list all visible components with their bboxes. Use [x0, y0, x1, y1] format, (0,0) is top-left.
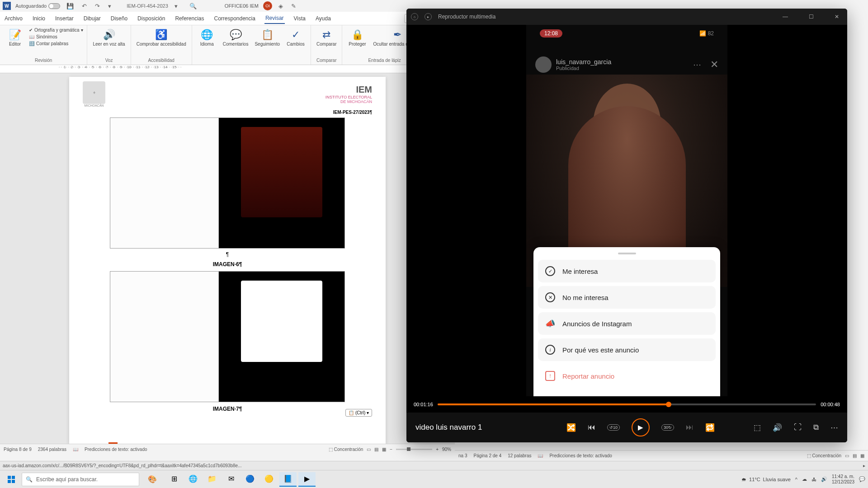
tab-references[interactable]: Referencias — [174, 14, 205, 23]
tab-layout[interactable]: Disposición — [137, 14, 166, 23]
language-button[interactable]: 🌐Idioma — [196, 27, 218, 62]
embedded-image-2[interactable] — [110, 271, 345, 402]
sheet-not-interested[interactable]: ✕ No me interesa — [538, 286, 716, 309]
timeline[interactable]: 00:01:16 00:00:48 — [406, 399, 847, 410]
notifications-icon[interactable]: 💬 — [859, 476, 865, 482]
sheet-report[interactable]: ! Reportar anuncio — [538, 365, 716, 387]
repeat-button[interactable]: 🔁 — [705, 423, 715, 432]
onedrive-icon[interactable]: ☁ — [802, 476, 807, 482]
video-area[interactable]: 12:08 📶82 luis_navarro_garcia Publicidad… — [406, 25, 847, 396]
word-count-2[interactable]: 12 palabras — [508, 453, 531, 458]
undo-icon[interactable]: ↶ — [80, 3, 89, 9]
zoom-level[interactable]: 90% — [442, 447, 451, 452]
proofing-icon-2[interactable]: 📖 — [538, 453, 543, 458]
volume-button[interactable]: 🔊 — [773, 423, 782, 432]
read-aloud-button[interactable]: 🔊Leer en voz alta — [91, 27, 127, 57]
chrome-icon[interactable]: 🔵 — [241, 472, 259, 487]
predictions-indicator[interactable]: Predicciones de texto: activado — [85, 447, 147, 452]
search-icon[interactable]: 🔍 — [184, 3, 202, 9]
page-indicator-2[interactable]: Página 2 de 4 — [473, 453, 501, 458]
sheet-ig-ads[interactable]: 📣 Anuncios de Instagram — [538, 312, 716, 335]
taskbar-search[interactable]: 🔍 Escribe aquí para buscar. — [22, 473, 139, 486]
fullscreen-button[interactable]: ⛶ — [794, 423, 802, 432]
diamond-icon[interactable]: ◈ — [277, 3, 285, 9]
view-icon-2c[interactable]: ▦ — [860, 453, 864, 458]
tab-design[interactable]: Diseño — [110, 14, 128, 23]
mini-player-button[interactable]: ⧉ — [813, 423, 819, 432]
redo-icon[interactable]: ↷ — [93, 3, 102, 9]
doc-dropdown-icon[interactable]: ▾ — [173, 3, 179, 9]
thesaurus-button[interactable]: 📖Sinónimos — [29, 34, 83, 40]
more-options-button[interactable]: ⋯ — [830, 423, 838, 432]
ig-avatar[interactable] — [535, 56, 552, 73]
ig-username[interactable]: luis_navarro_garcia — [556, 58, 611, 66]
network-icon[interactable]: 🖧 — [811, 477, 816, 482]
spelling-button[interactable]: ✔Ortografía y gramática ▾ — [29, 27, 83, 33]
embedded-image-1[interactable] — [110, 117, 345, 249]
pen-icon[interactable]: ✎ — [289, 3, 298, 9]
ig-more-icon[interactable]: ⋯ — [693, 60, 701, 70]
view-web-icon[interactable]: ▦ — [382, 447, 386, 452]
view-print-icon[interactable]: ▤ — [374, 447, 378, 452]
focus-button[interactable]: ⬚ Concentración — [329, 447, 363, 452]
next-button[interactable]: ⏭ — [686, 423, 693, 432]
tracking-button[interactable]: 📋Seguimiento — [253, 27, 282, 62]
chrome-canary-icon[interactable]: 🟡 — [260, 472, 278, 487]
paste-options-button[interactable]: 📋 (Ctrl) ▾ — [345, 409, 372, 417]
view-icon-2a[interactable]: ▭ — [845, 453, 849, 458]
edge-icon[interactable]: 🌐 — [184, 472, 202, 487]
tab-view[interactable]: Vista — [293, 14, 307, 23]
predictions-2[interactable]: Predicciones de texto: activado — [549, 453, 612, 458]
save-icon[interactable]: 💾 — [65, 3, 75, 9]
scroll-right-icon[interactable]: ▸ — [863, 463, 865, 468]
play-button[interactable]: ▶ — [632, 418, 650, 436]
cortana-doodle[interactable]: 🎨 — [141, 472, 164, 487]
word-count-indicator[interactable]: 2364 palabras — [38, 447, 66, 452]
ig-close-icon[interactable]: ✕ — [710, 59, 718, 70]
sheet-why-ad[interactable]: i Por qué ves este anuncio — [538, 338, 716, 361]
tab-help[interactable]: Ayuda — [315, 14, 332, 23]
tray-chevron-icon[interactable]: ^ — [795, 477, 797, 482]
document-area[interactable]: ⚜ MICHOACÁN IEM INSTITUTO ELECTORAL DE M… — [0, 73, 455, 444]
weather-widget[interactable]: 🌧 11°C Lluvia suave — [741, 477, 791, 482]
page-indicator[interactable]: Página 8 de 9 — [4, 447, 32, 452]
tab-draw[interactable]: Dibujar — [83, 14, 102, 23]
start-button[interactable] — [3, 472, 20, 487]
toggle-switch-icon[interactable] — [48, 3, 60, 9]
previous-button[interactable]: ⏮ — [588, 423, 595, 432]
tab-insert[interactable]: Insertar — [54, 14, 75, 23]
volume-tray-icon[interactable]: 🔊 — [821, 476, 827, 482]
close-button[interactable]: ✕ — [831, 12, 843, 22]
word-taskbar-icon[interactable]: 📘 — [279, 472, 297, 487]
sheet-handle[interactable] — [618, 253, 636, 254]
mail-icon[interactable]: ✉ — [222, 472, 240, 487]
timeline-thumb[interactable] — [666, 402, 671, 407]
view-read-icon[interactable]: ▭ — [367, 447, 371, 452]
qat-dropdown-icon[interactable]: ▾ — [106, 3, 113, 9]
timeline-track[interactable] — [438, 404, 816, 405]
subtitle-button[interactable]: ⬚ — [754, 423, 761, 432]
skip-back-10-button[interactable]: ↺10 — [607, 424, 620, 431]
zoom-slider[interactable] — [396, 449, 432, 450]
accessibility-button[interactable]: ♿Comprobar accesibilidad — [135, 27, 188, 57]
tab-review[interactable]: Revisar — [264, 13, 285, 24]
autosave-toggle[interactable]: Autoguardado — [15, 3, 60, 9]
sheet-interested[interactable]: ✓ Me interesa — [538, 260, 716, 282]
focus-button-2[interactable]: ⬚ Concentración — [807, 453, 841, 458]
explorer-icon[interactable]: 📁 — [203, 472, 221, 487]
play-circle-icon[interactable]: ▸ — [425, 13, 432, 20]
tab-file[interactable]: Archivo — [4, 14, 24, 23]
shuffle-button[interactable]: 🔀 — [566, 423, 576, 432]
compare-button[interactable]: ⇄Comparar — [315, 27, 338, 57]
word-count-button[interactable]: 🔢Contar palabras — [29, 41, 83, 47]
zoom-in-icon[interactable]: + — [436, 447, 439, 452]
zoom-out-icon[interactable]: − — [390, 447, 392, 452]
clock[interactable]: 11:42 a. m. 12/12/2023 — [832, 474, 854, 485]
proofing-icon[interactable]: 📖 — [73, 447, 78, 452]
account-avatar[interactable]: OI — [263, 1, 272, 10]
tab-home[interactable]: Inicio — [32, 14, 46, 23]
ruler[interactable]: · · ·1· · ·2· · ·3· · ·4· · ·5· · ·6· · … — [0, 65, 455, 73]
tab-mailings[interactable]: Correspondencia — [213, 14, 256, 23]
home-icon[interactable]: ⌂ — [411, 13, 418, 20]
skip-fwd-30-button[interactable]: 30↻ — [661, 424, 674, 431]
